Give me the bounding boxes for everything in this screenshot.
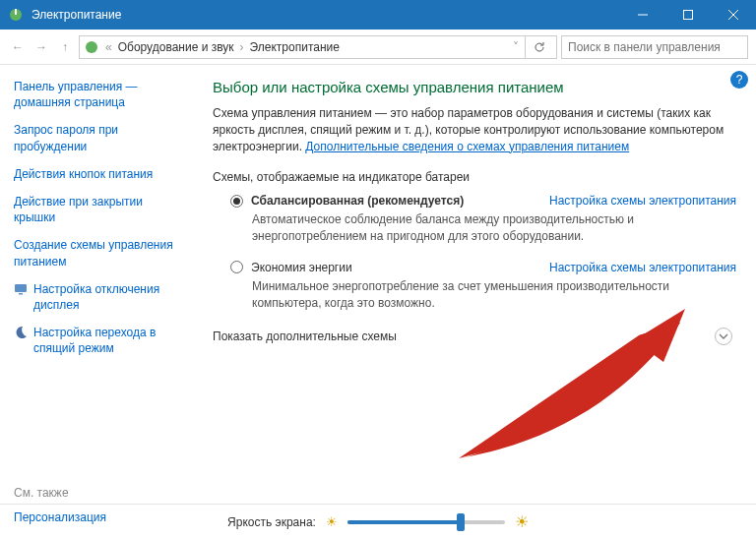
page-title: Выбор или настройка схемы управления пит…: [213, 79, 736, 95]
plan-radio[interactable]: [230, 195, 243, 208]
forward-button[interactable]: →: [32, 37, 51, 57]
control-panel-icon: [84, 39, 99, 55]
power-icon: [8, 7, 24, 23]
sidebar-home[interactable]: Панель управления — домашняя страница: [14, 79, 187, 110]
svg-rect-7: [15, 284, 27, 292]
toolbar: ← → ↑ « Оборудование и звук › Электропит…: [0, 30, 756, 65]
section-label: Схемы, отображаемые на индикаторе батаре…: [213, 170, 736, 184]
see-also-label: См. также: [14, 486, 187, 500]
close-button[interactable]: [711, 0, 756, 30]
minimize-button[interactable]: [620, 0, 665, 30]
breadcrumb-chevron-icon: ›: [240, 40, 244, 54]
sidebar-item[interactable]: Действие при закрытии крышки: [14, 194, 187, 225]
sidebar-item[interactable]: Создание схемы управления питанием: [14, 237, 187, 269]
maximize-button[interactable]: [665, 0, 711, 30]
plan-name[interactable]: Экономия энергии: [251, 261, 352, 274]
address-bar[interactable]: « Оборудование и звук › Электропитание ˅: [79, 35, 557, 59]
expand-button[interactable]: [715, 328, 732, 345]
sidebar-item[interactable]: Запрос пароля при пробуждении: [14, 122, 187, 153]
svg-rect-8: [19, 293, 23, 295]
show-additional-row: Показать дополнительные схемы: [213, 328, 736, 345]
dropdown-chevron-icon[interactable]: ˅: [513, 40, 519, 54]
up-button[interactable]: ↑: [55, 37, 75, 57]
svg-point-6: [86, 41, 97, 53]
content: ? Выбор или настройка схемы управления п…: [193, 65, 756, 504]
title-bar: Электропитание: [0, 0, 756, 30]
plan-name[interactable]: Сбалансированная (рекомендуется): [251, 194, 464, 208]
help-button[interactable]: ?: [730, 71, 748, 89]
show-additional-label: Показать дополнительные схемы: [213, 329, 715, 343]
plan-settings-link[interactable]: Настройка схемы электропитания: [549, 261, 736, 274]
sun-dim-icon: ☀: [326, 514, 338, 529]
window-title: Электропитание: [32, 8, 620, 22]
intro-text: Схема управления питанием — это набор па…: [213, 105, 736, 154]
plan-settings-link[interactable]: Настройка схемы электропитания: [549, 194, 736, 208]
breadcrumb-seg2[interactable]: Электропитание: [250, 40, 340, 54]
search-input[interactable]: [561, 35, 748, 59]
breadcrumb-chevron-icon: «: [105, 40, 112, 54]
power-plan: Сбалансированная (рекомендуется) Настрой…: [230, 194, 736, 245]
display-icon: [14, 282, 28, 296]
intro-link[interactable]: Дополнительные сведения о схемах управле…: [305, 140, 629, 153]
brightness-label: Яркость экрана:: [227, 515, 316, 529]
annotation-arrow: [429, 291, 715, 468]
see-also-item[interactable]: Персонализация: [14, 509, 187, 525]
svg-rect-3: [684, 11, 693, 20]
moon-icon: [14, 326, 28, 339]
sidebar: Панель управления — домашняя страница За…: [0, 65, 193, 504]
chevron-down-icon: [719, 331, 728, 341]
sun-bright-icon: ☀: [515, 512, 529, 531]
sidebar-item[interactable]: Настройка отключения дисплея: [33, 281, 187, 313]
sidebar-item[interactable]: Действия кнопок питания: [14, 166, 187, 182]
plan-description: Минимальное энергопотребление за счет ум…: [252, 278, 736, 312]
refresh-button[interactable]: [525, 35, 552, 59]
power-plan: Экономия энергии Настройка схемы электро…: [230, 261, 736, 312]
svg-rect-1: [15, 9, 17, 15]
back-button[interactable]: ←: [8, 37, 28, 57]
plan-radio[interactable]: [230, 261, 243, 273]
brightness-slider[interactable]: [347, 520, 505, 524]
breadcrumb-seg1[interactable]: Оборудование и звук: [118, 40, 234, 54]
plan-description: Автоматическое соблюдение баланса между …: [252, 211, 736, 245]
sidebar-item[interactable]: Настройка перехода в спящий режим: [33, 325, 187, 356]
